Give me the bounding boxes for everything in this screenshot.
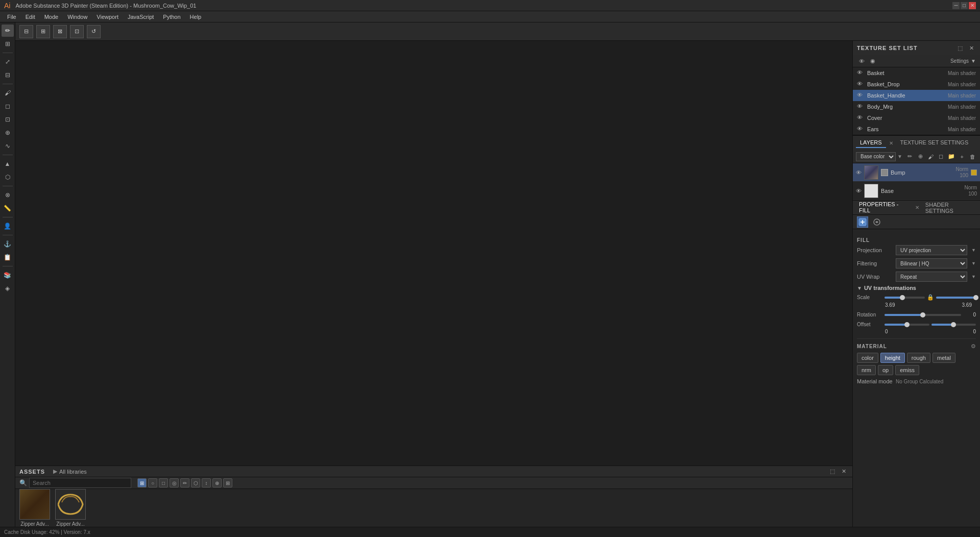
filtering-select[interactable]: Bilinear | HQ — [896, 258, 967, 268]
tsl-view-button[interactable]: 👁 — [857, 57, 866, 66]
layers-tab[interactable]: LAYERS — [856, 138, 886, 148]
menu-python[interactable]: Python — [159, 13, 184, 21]
tsl-item-basket-drop[interactable]: 👁 Basket_Drop Main shader — [853, 79, 980, 90]
tool-eraser[interactable]: ◻ — [2, 100, 14, 112]
tool-measure[interactable]: 📏 — [2, 202, 14, 214]
tsl-item-body-mrg[interactable]: 👁 Body_Mrg Main shader — [853, 101, 980, 112]
tsl-close-button[interactable]: ✕ — [967, 43, 976, 53]
uvwrap-select[interactable]: Repeat — [896, 272, 967, 282]
tool-user[interactable]: 👤 — [2, 220, 14, 232]
filter-all[interactable]: ⊞ — [137, 478, 147, 487]
tool-anchor[interactable]: ⚓ — [2, 238, 14, 250]
view-2d-button[interactable]: ⊟ — [19, 25, 33, 38]
assets-search-input[interactable] — [29, 478, 131, 488]
layer-folder-add[interactable]: 📁 — [947, 152, 956, 161]
tsl-item-basket-handle[interactable]: 👁 Basket_Handle Main shader — [853, 90, 980, 101]
filter-height[interactable]: ↕ — [202, 478, 211, 487]
assets-close-button[interactable]: ✕ — [839, 467, 848, 476]
prop-fill-icon-button[interactable] — [857, 216, 868, 228]
layer-paint-button[interactable]: ✏ — [905, 152, 914, 161]
scale-track-1[interactable] — [885, 297, 925, 299]
layer-item-base[interactable]: 👁 Base Norm 100 — [853, 182, 980, 200]
rotation-thumb[interactable] — [920, 312, 925, 318]
tsl-solo-button[interactable]: ◉ — [868, 57, 877, 66]
tool-paint[interactable]: ✏ — [2, 25, 14, 37]
tsl-expand-button[interactable]: ⬚ — [955, 43, 965, 53]
scale-lock-icon[interactable]: 🔒 — [927, 294, 934, 301]
offset-track-1[interactable] — [885, 324, 929, 326]
properties-fill-close[interactable]: ✕ — [915, 205, 919, 210]
filter-square[interactable]: □ — [159, 478, 168, 487]
tsl-item-ears[interactable]: 👁 Ears Main shader — [853, 124, 980, 135]
rotate-button[interactable]: ↺ — [87, 25, 101, 38]
mat-tag-color[interactable]: color — [857, 353, 878, 363]
minimize-button[interactable]: ─ — [952, 2, 960, 9]
mat-tag-emiss[interactable]: emiss — [895, 365, 919, 375]
tool-extra[interactable]: ◈ — [2, 282, 14, 295]
asset-item-zipper1[interactable]: Zipper Adv... — [19, 489, 50, 527]
filter-grid[interactable]: ⊞ — [223, 478, 232, 487]
filter-brush[interactable]: ✏ — [180, 478, 189, 487]
tool-polygon[interactable]: ⬡ — [2, 171, 14, 183]
close-button[interactable]: ✕ — [969, 2, 976, 9]
filter-add[interactable]: ⊕ — [212, 478, 222, 487]
mat-tag-rough[interactable]: rough — [907, 353, 930, 363]
menu-edit[interactable]: Edit — [21, 13, 39, 21]
rotation-track[interactable] — [885, 314, 961, 316]
offset-thumb-2[interactable] — [951, 322, 956, 327]
offset-thumb-1[interactable] — [904, 322, 910, 327]
tool-align[interactable]: ⊟ — [2, 69, 14, 81]
view-split-button[interactable]: ⊠ — [53, 25, 67, 38]
tsl-item-cover[interactable]: 👁 Cover Main shader — [853, 112, 980, 124]
menu-help[interactable]: Help — [186, 13, 206, 21]
tool-layers[interactable]: 📋 — [2, 251, 14, 263]
prop-shader-icon-button[interactable] — [871, 216, 882, 228]
tool-brush[interactable]: 🖌 — [2, 87, 14, 99]
layer-add-button[interactable]: + — [958, 152, 966, 161]
properties-fill-tab[interactable]: PROPERTIES - FILL — [856, 201, 910, 216]
shader-settings-tab[interactable]: SHADER SETTINGS — [922, 201, 977, 215]
menu-javascript[interactable]: JavaScript — [124, 13, 158, 21]
layer-clone-button[interactable]: ⊕ — [916, 152, 924, 161]
mat-tag-height[interactable]: height — [880, 353, 905, 363]
material-settings-icon[interactable]: ⚙ — [971, 343, 976, 350]
scale-thumb-1[interactable] — [900, 295, 905, 300]
tsl-item-basket[interactable]: 👁 Basket Main shader — [853, 67, 980, 79]
menu-viewport[interactable]: Viewport — [92, 13, 123, 21]
tool-clone[interactable]: ⊕ — [2, 127, 14, 139]
channel-select[interactable]: Base color — [856, 152, 896, 161]
filter-sphere[interactable]: ○ — [148, 478, 157, 487]
layer-mask-button[interactable]: ◻ — [937, 152, 945, 161]
mat-tag-metal[interactable]: metal — [933, 353, 955, 363]
mat-tag-op[interactable]: op — [878, 365, 893, 375]
libraries-label[interactable]: All libraries — [59, 469, 87, 475]
tool-select[interactable]: ▲ — [2, 158, 14, 170]
tool-transform[interactable]: ⤢ — [2, 56, 14, 68]
view-toggle-button[interactable]: ⊡ — [70, 25, 84, 38]
scale-thumb-2[interactable] — [973, 295, 978, 300]
uv-transformations-header[interactable]: ▼ UV transformations — [857, 285, 976, 291]
tool-library[interactable]: 📚 — [2, 269, 14, 281]
filter-hex[interactable]: ⬡ — [191, 478, 200, 487]
tool-fill[interactable]: ⊡ — [2, 113, 14, 126]
asset-item-zipper2[interactable]: Zipper Adv... — [55, 489, 86, 527]
offset-track-2[interactable] — [931, 324, 976, 326]
view-3d-button[interactable]: ⊞ — [36, 25, 50, 38]
layer-item-bump[interactable]: 👁 Bump Norm 100 — [853, 163, 980, 182]
maximize-button[interactable]: □ — [961, 2, 968, 9]
scale-track-2[interactable] — [936, 297, 976, 299]
menu-window[interactable]: Window — [63, 13, 91, 21]
menu-mode[interactable]: Mode — [40, 13, 63, 21]
layer-delete-button[interactable]: 🗑 — [968, 152, 977, 161]
mat-tag-nrm[interactable]: nrm — [857, 365, 876, 375]
tool-grid[interactable]: ⊞ — [2, 38, 14, 50]
projection-select[interactable]: UV projection — [896, 245, 967, 255]
layer-brush-button[interactable]: 🖌 — [926, 152, 935, 161]
tool-smear[interactable]: ∿ — [2, 140, 14, 152]
menu-file[interactable]: File — [3, 13, 20, 21]
assets-expand-button[interactable]: ⬚ — [828, 467, 837, 476]
filter-circle[interactable]: ◎ — [170, 478, 179, 487]
tool-color-pick[interactable]: ⊗ — [2, 189, 14, 201]
layers-tab-close[interactable]: ✕ — [889, 140, 893, 146]
texture-set-settings-tab[interactable]: TEXTURE SET SETTINGS — [896, 138, 973, 148]
